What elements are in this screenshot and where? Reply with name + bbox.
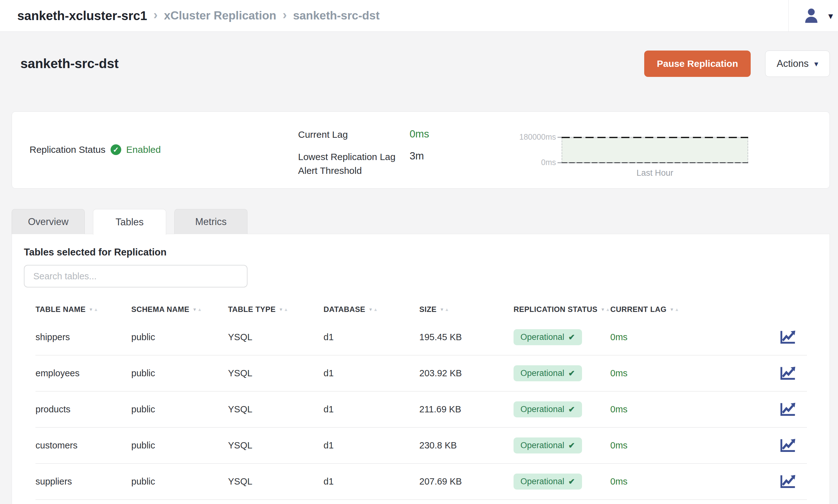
replication-status-badge: Operational ✔ xyxy=(513,365,582,381)
cell-current-lag: 0ms xyxy=(610,368,745,378)
column-header-label: DATABASE xyxy=(324,305,365,314)
status-badge-label: Operational xyxy=(521,368,564,378)
replication-status-card: Replication Status ✓ Enabled Current Lag… xyxy=(12,111,830,188)
sort-icon: ▼▲ xyxy=(670,307,679,312)
column-header-current-lag[interactable]: CURRENT LAG ▼▲ xyxy=(610,305,745,314)
chart-tick-mark xyxy=(558,162,562,163)
chart-ytick-max: 180000ms xyxy=(501,132,556,142)
cell-size: 203.92 KB xyxy=(419,368,513,378)
row-lag-graph-icon[interactable] xyxy=(779,366,807,381)
cell-table-name: shippers xyxy=(35,332,131,342)
table-row: products public YSQL d1 211.69 KB Operat… xyxy=(35,392,807,428)
cell-table-type: YSQL xyxy=(228,476,324,487)
header-buttons: Pause Replication Actions ▾ xyxy=(644,51,830,77)
row-lag-graph-icon[interactable] xyxy=(779,438,807,453)
chevron-right-icon: › xyxy=(154,8,158,23)
replication-status-badge: Operational ✔ xyxy=(513,437,582,453)
table-body: shippers public YSQL d1 195.45 KB Operat… xyxy=(35,320,807,500)
cell-database: d1 xyxy=(324,332,419,342)
navbar-right: ▾ xyxy=(788,0,838,31)
sort-icon: ▼▲ xyxy=(89,307,98,312)
tab-bar: Overview Tables Metrics xyxy=(12,209,247,235)
cell-schema-name: public xyxy=(131,368,228,378)
cell-table-type: YSQL xyxy=(228,440,324,451)
replication-status-value: Enabled xyxy=(126,144,161,155)
status-check-icon: ✔ xyxy=(569,332,575,342)
replication-status-label: Replication Status xyxy=(30,144,106,155)
sort-icon: ▼▲ xyxy=(600,307,610,312)
cell-current-lag: 0ms xyxy=(610,404,745,415)
status-check-icon: ✔ xyxy=(569,441,575,450)
pause-replication-button[interactable]: Pause Replication xyxy=(644,51,750,77)
caret-down-icon: ▾ xyxy=(814,59,818,68)
top-navbar: sanketh-xcluster-src1 › xCluster Replica… xyxy=(0,0,838,32)
row-lag-graph-icon[interactable] xyxy=(779,329,807,345)
status-check-icon: ✔ xyxy=(569,405,575,414)
status-badge-label: Operational xyxy=(521,477,564,486)
xcluster-replication-page: sanketh-xcluster-src1 › xCluster Replica… xyxy=(0,0,838,504)
tab-tables[interactable]: Tables xyxy=(93,209,166,235)
status-check-icon: ✔ xyxy=(569,369,575,378)
alert-threshold-label-line1: Lowest Replication Lag xyxy=(298,150,396,164)
column-header-size[interactable]: SIZE ▼▲ xyxy=(419,305,513,314)
lag-labels: Current Lag Lowest Replication Lag Alert… xyxy=(298,129,396,177)
sort-icon: ▼▲ xyxy=(193,307,202,312)
current-lag-line xyxy=(562,162,748,163)
column-header-table-type[interactable]: TABLE TYPE ▼▲ xyxy=(228,305,324,314)
nav-divider xyxy=(788,0,789,32)
sort-icon: ▼▲ xyxy=(440,307,449,312)
tab-overview[interactable]: Overview xyxy=(12,209,85,234)
breadcrumb-universe-link[interactable]: sanketh-xcluster-src1 xyxy=(17,9,147,23)
table-row: employees public YSQL d1 203.92 KB Opera… xyxy=(35,356,807,392)
sort-icon: ▼▲ xyxy=(368,307,378,312)
chart-ytick-min: 0ms xyxy=(501,158,556,167)
table-row: customers public YSQL d1 230.8 KB Operat… xyxy=(35,428,807,464)
replication-tables-table: TABLE NAME ▼▲ SCHEMA NAME ▼▲ TABLE TYPE … xyxy=(35,300,807,500)
column-header-schema-name[interactable]: SCHEMA NAME ▼▲ xyxy=(131,305,228,314)
tab-metrics[interactable]: Metrics xyxy=(174,209,247,234)
alert-threshold-label-line2: Alert Threshold xyxy=(298,164,396,178)
actions-button-label: Actions xyxy=(777,58,809,69)
cell-database: d1 xyxy=(324,404,419,415)
lag-values: 0ms 3m xyxy=(409,128,429,162)
current-lag-value: 0ms xyxy=(409,128,429,140)
current-lag-label: Current Lag xyxy=(298,129,396,140)
status-badge-label: Operational xyxy=(521,440,564,450)
cell-table-type: YSQL xyxy=(228,332,324,342)
replication-status-badge: Operational ✔ xyxy=(513,473,582,489)
chevron-right-icon: › xyxy=(283,8,287,23)
cell-schema-name: public xyxy=(131,332,228,342)
breadcrumb-current: sanketh-src-dst xyxy=(293,9,380,22)
column-header-label: CURRENT LAG xyxy=(610,305,666,314)
breadcrumb-xcluster-link[interactable]: xCluster Replication xyxy=(164,9,276,22)
chart-tick-mark xyxy=(558,137,562,138)
column-header-label: REPLICATION STATUS xyxy=(513,305,597,314)
tables-panel: Tables selected for Replication TABLE NA… xyxy=(12,234,830,504)
breadcrumb: sanketh-xcluster-src1 › xCluster Replica… xyxy=(17,8,380,23)
actions-dropdown-button[interactable]: Actions ▾ xyxy=(765,51,830,77)
cell-size: 207.69 KB xyxy=(419,476,513,487)
cell-database: d1 xyxy=(324,440,419,451)
replication-status-badge: Operational ✔ xyxy=(513,329,582,345)
column-header-replication-status[interactable]: REPLICATION STATUS ▼▲ xyxy=(513,305,610,314)
column-header-label: TABLE NAME xyxy=(35,305,86,314)
user-avatar-icon[interactable] xyxy=(803,7,819,24)
search-tables-input[interactable] xyxy=(24,265,247,287)
row-lag-graph-icon[interactable] xyxy=(779,402,807,417)
row-lag-graph-icon[interactable] xyxy=(779,474,807,489)
cell-table-name: employees xyxy=(35,368,131,378)
alert-threshold-value: 3m xyxy=(409,150,429,162)
status-badge-label: Operational xyxy=(521,404,564,414)
cell-size: 211.69 KB xyxy=(419,404,513,415)
check-circle-icon: ✓ xyxy=(110,144,121,155)
cell-table-type: YSQL xyxy=(228,404,324,415)
alert-threshold-label: Lowest Replication Lag Alert Threshold xyxy=(298,150,396,177)
user-menu-caret-icon[interactable]: ▾ xyxy=(828,10,833,21)
cell-table-name: customers xyxy=(35,440,131,451)
page-header: sanketh-src-dst Pause Replication Action… xyxy=(20,50,830,77)
cell-database: d1 xyxy=(324,368,419,378)
column-header-table-name[interactable]: TABLE NAME ▼▲ xyxy=(35,305,131,314)
page-title: sanketh-src-dst xyxy=(20,56,119,71)
table-row: shippers public YSQL d1 195.45 KB Operat… xyxy=(35,320,807,356)
column-header-database[interactable]: DATABASE ▼▲ xyxy=(324,305,419,314)
